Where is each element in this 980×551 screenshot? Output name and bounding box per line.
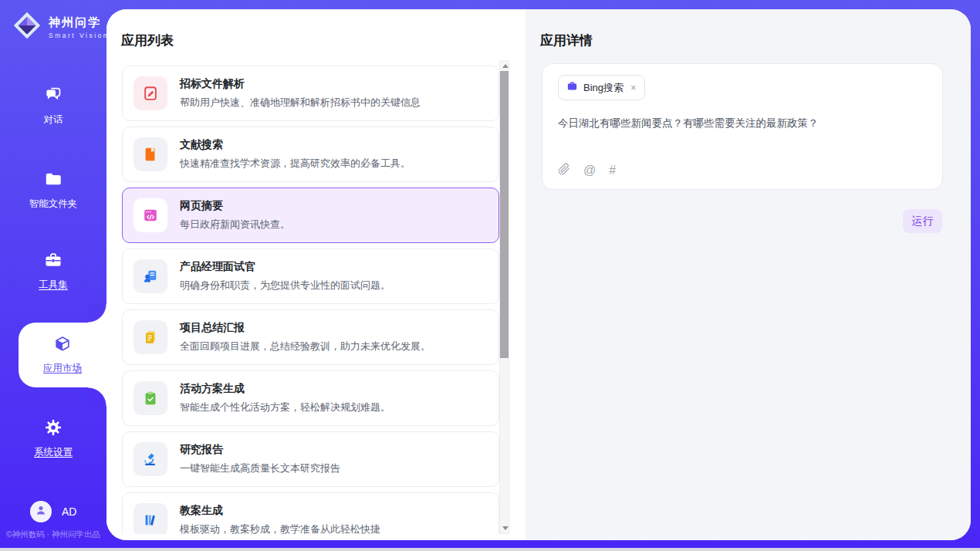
hash-icon[interactable]: # xyxy=(609,164,616,177)
folder-icon xyxy=(43,169,63,192)
app-name: 产品经理面试官 xyxy=(180,260,390,274)
scroll-down-icon[interactable] xyxy=(502,526,509,530)
paperclip-icon[interactable] xyxy=(558,163,570,178)
sidebar-item-toolkit[interactable]: 工具集 xyxy=(0,250,106,292)
app-card-activity-plan[interactable]: 活动方案生成 智能生成个性化活动方案，轻松解决规划难题。 xyxy=(122,370,499,426)
app-name: 研究报告 xyxy=(180,443,340,457)
prompt-input-card[interactable]: Bing搜索 × 今日湖北有哪些新闻要点？有哪些需要关注的最新政策？ @ # xyxy=(542,63,943,190)
app-name: 项目总结汇报 xyxy=(180,321,431,335)
brand-name: 神州问学 xyxy=(49,15,109,30)
app-detail-title: 应用详情 xyxy=(540,32,593,49)
app-card-lesson-plan[interactable]: 教案生成 模板驱动，教案秒成，教学准备从此轻松快捷 xyxy=(122,492,499,534)
chat-icon xyxy=(43,85,63,108)
sidebar-item-smart-folder[interactable]: 智能文件夹 xyxy=(0,169,106,211)
diamond-logo-icon xyxy=(12,10,42,44)
scrollbar[interactable] xyxy=(499,60,509,534)
app-name: 文献搜索 xyxy=(180,138,411,152)
app-name: 招标文件解析 xyxy=(180,77,421,91)
sidebar-item-app-market[interactable]: 应用市场 xyxy=(19,323,106,387)
at-icon[interactable]: @ xyxy=(583,164,596,177)
app-desc: 明确身份和职责，为您提供专业性的面试问题。 xyxy=(180,279,390,292)
briefcase-icon xyxy=(43,250,63,273)
input-toolbar: @ # xyxy=(558,163,616,178)
app-name: 教案生成 xyxy=(180,504,380,518)
person-icon xyxy=(34,503,48,520)
copyright-footer: ©神州数码 · 神州问学出品 xyxy=(0,529,106,540)
app-desc: 模板驱动，教案秒成，教学准备从此轻松快捷 xyxy=(180,522,380,534)
avatar xyxy=(30,501,52,522)
doc-edit-icon xyxy=(133,76,167,110)
tool-chip-label: Bing搜索 xyxy=(583,81,623,95)
app-window: 神州问学 Smart Vision 对话 智能文件夹 xyxy=(0,0,980,551)
bottom-edge xyxy=(0,548,980,551)
app-desc: 一键智能生成高质量长文本研究报告 xyxy=(180,461,340,475)
app-name: 活动方案生成 xyxy=(180,382,390,396)
app-card-literature-search[interactable]: 文献搜索 快速精准查找学术资源，提高研究效率的必备工具。 xyxy=(122,127,499,182)
book-icon xyxy=(133,137,167,171)
app-card-pm-interviewer[interactable]: 产品经理面试官 明确身份和职责，为您提供专业性的面试问题。 xyxy=(122,248,499,304)
app-desc: 快速精准查找学术资源，提高研究效率的必备工具。 xyxy=(180,157,411,171)
sidebar-item-label: 对话 xyxy=(44,113,63,127)
scrollbar-thumb[interactable] xyxy=(500,71,509,358)
app-card-web-summary[interactable]: 网页摘要 每日政府新闻资讯快查。 xyxy=(122,188,499,243)
tool-chip-bing-search[interactable]: Bing搜索 × xyxy=(558,75,645,100)
sidebar-item-settings[interactable]: 系统设置 xyxy=(0,417,106,459)
web-code-icon xyxy=(133,198,167,232)
app-list-title: 应用列表 xyxy=(121,32,174,49)
app-list: 招标文件解析 帮助用户快速、准确地理解和解析招标书中的关键信息 文献搜索 快速精… xyxy=(122,66,499,534)
app-card-project-summary[interactable]: 项目总结汇报 全面回顾项目进展，总结经验教训，助力未来优化发展。 xyxy=(122,309,499,365)
user-account[interactable]: AD xyxy=(30,501,76,522)
briefcase-icon xyxy=(566,80,578,95)
docs-stack-icon xyxy=(133,320,167,354)
sidebar-item-label: 应用市场 xyxy=(43,362,82,375)
app-card-research-report[interactable]: 研究报告 一键智能生成高质量长文本研究报告 xyxy=(122,431,499,487)
run-button[interactable]: 运行 xyxy=(903,209,942,233)
app-desc: 智能生成个性化活动方案，轻松解决规划难题。 xyxy=(180,401,390,414)
gear-icon xyxy=(43,417,63,441)
scroll-up-icon[interactable] xyxy=(502,64,509,68)
sidebar-item-label: 智能文件夹 xyxy=(29,198,78,211)
brand-subtitle: Smart Vision xyxy=(49,32,109,39)
app-desc: 帮助用户快速、准确地理解和解析招标书中的关键信息 xyxy=(180,96,421,110)
app-list-panel: 应用列表 招标文件解析 帮助用户快速、准确地理解和解析招标书中的关键信息 xyxy=(106,9,525,540)
clipboard-check-icon xyxy=(133,381,167,415)
microscope-icon xyxy=(133,442,167,476)
brand-logo: 神州问学 Smart Vision xyxy=(12,10,109,44)
cube-icon xyxy=(52,335,73,358)
sidebar-item-label: 系统设置 xyxy=(34,446,73,459)
app-desc: 每日政府新闻资讯快查。 xyxy=(180,218,290,232)
person-doc-icon xyxy=(133,259,167,293)
query-text-input[interactable]: 今日湖北有哪些新闻要点？有哪些需要关注的最新政策？ xyxy=(558,117,927,130)
sidebar-item-chat[interactable]: 对话 xyxy=(0,85,106,127)
main-panel: 应用列表 招标文件解析 帮助用户快速、准确地理解和解析招标书中的关键信息 xyxy=(106,9,971,540)
user-name: AD xyxy=(62,505,76,518)
books-icon xyxy=(133,503,167,534)
sidebar-item-label: 工具集 xyxy=(39,279,68,292)
close-icon[interactable]: × xyxy=(630,83,637,93)
app-card-bid-analysis[interactable]: 招标文件解析 帮助用户快速、准确地理解和解析招标书中的关键信息 xyxy=(122,66,499,121)
app-name: 网页摘要 xyxy=(180,199,290,213)
app-desc: 全面回顾项目进展，总结经验教训，助力未来优化发展。 xyxy=(180,340,431,353)
app-detail-panel: 应用详情 Bing搜索 × 今日湖北有哪些新闻要点？有哪些需要关注的最新政策？ xyxy=(525,9,971,540)
